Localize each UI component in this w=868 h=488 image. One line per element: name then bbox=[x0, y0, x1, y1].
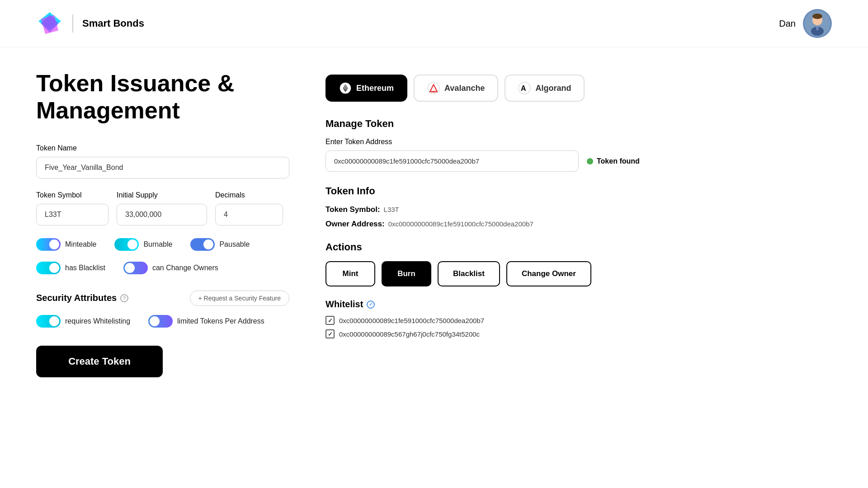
change-owners-toggle[interactable] bbox=[123, 262, 148, 274]
actions-row: Mint Burn Blacklist Change Owner bbox=[326, 261, 832, 286]
decimals-group: Decimals bbox=[215, 191, 283, 225]
avalanche-label: Avalanche bbox=[444, 84, 485, 93]
token-found-text: Token found bbox=[597, 157, 640, 165]
whitelist-item-2: 0xc00000000089c567gh67j0cfc750fg34t5200c bbox=[326, 329, 832, 338]
whitelist-req-label: requires Whitelisting bbox=[65, 317, 130, 325]
logo-area: Smart Bonds bbox=[36, 10, 144, 37]
token-details-row: Token Symbol Initial Supply Decimals bbox=[36, 191, 289, 225]
symbol-val: L33T bbox=[384, 206, 399, 213]
token-address-row: Token found bbox=[326, 150, 832, 172]
algorand-label: Algorand bbox=[535, 84, 571, 93]
ethereum-icon bbox=[339, 82, 352, 94]
decimals-label: Decimals bbox=[215, 191, 283, 199]
token-symbol-label: Token Symbol bbox=[36, 191, 108, 199]
algorand-chain-button[interactable]: A Algorand bbox=[505, 75, 585, 102]
algorand-icon: A bbox=[518, 82, 531, 94]
right-panel: Ethereum Avalanche A Algorand bbox=[326, 70, 832, 377]
manage-token-section: Manage Token Enter Token Address Token f… bbox=[326, 118, 832, 172]
page-title: Token Issuance & Management bbox=[36, 70, 289, 124]
whitelist-header: Whitelist ✓ bbox=[326, 299, 832, 310]
actions-section: Actions Mint Burn Blacklist Change Owner bbox=[326, 241, 832, 286]
token-address-label: Enter Token Address bbox=[326, 138, 832, 146]
ethereum-chain-button[interactable]: Ethereum bbox=[326, 75, 407, 102]
limited-tokens-toggle[interactable] bbox=[148, 315, 173, 328]
security-attributes-header: Security Attributes ? + Request a Securi… bbox=[36, 291, 289, 306]
change-owners-label: can Change Owners bbox=[152, 264, 218, 272]
blacklist-toggle-item: has Blacklist bbox=[36, 262, 105, 274]
blacklist-label: has Blacklist bbox=[65, 264, 105, 272]
initial-supply-group: Initial Supply bbox=[117, 191, 207, 225]
owner-val: 0xc00000000089c1fe591000cfc75000dea200b7 bbox=[388, 220, 533, 228]
token-info-section: Token Info Token Symbol: L33T Owner Addr… bbox=[326, 185, 832, 229]
minteable-toggle-item: Minteable bbox=[36, 238, 96, 251]
burnable-label: Burnable bbox=[143, 240, 172, 249]
token-symbol-input[interactable] bbox=[36, 204, 108, 225]
limited-tokens-label: limited Tokens Per Address bbox=[177, 317, 264, 325]
blacklist-toggle[interactable] bbox=[36, 262, 61, 274]
decimals-input[interactable] bbox=[215, 204, 283, 225]
ethereum-label: Ethereum bbox=[356, 84, 394, 93]
whitelist-address-1: 0xc00000000089c1fe591000cfc75000dea200b7 bbox=[339, 317, 484, 324]
found-dot bbox=[587, 158, 593, 164]
logo-text: Smart Bonds bbox=[82, 18, 144, 29]
user-name: Dan bbox=[779, 19, 796, 29]
change-owners-toggle-item: can Change Owners bbox=[123, 262, 218, 274]
token-name-input[interactable] bbox=[36, 157, 289, 178]
security-toggles: requires Whitelisting limited Tokens Per… bbox=[36, 315, 289, 328]
token-symbol-group: Token Symbol bbox=[36, 191, 108, 225]
symbol-info-row: Token Symbol: L33T bbox=[326, 205, 832, 214]
manage-token-title: Manage Token bbox=[326, 118, 832, 130]
owner-key: Owner Address: bbox=[326, 220, 385, 229]
create-token-button[interactable]: Create Token bbox=[36, 346, 163, 377]
svg-rect-7 bbox=[816, 27, 819, 30]
mint-button[interactable]: Mint bbox=[326, 261, 375, 286]
left-panel: Token Issuance & Management Token Name T… bbox=[36, 70, 289, 377]
chain-selector: Ethereum Avalanche A Algorand bbox=[326, 75, 832, 102]
token-name-label: Token Name bbox=[36, 144, 289, 152]
pausable-toggle[interactable] bbox=[190, 238, 215, 251]
change-owner-button[interactable]: Change Owner bbox=[506, 261, 591, 286]
pausable-toggle-item: Pausable bbox=[190, 238, 250, 251]
logo-divider bbox=[72, 14, 73, 33]
whitelist-title: Whitelist bbox=[326, 299, 363, 310]
whitelist-req-toggle[interactable] bbox=[36, 315, 61, 328]
minteable-toggle[interactable] bbox=[36, 238, 61, 251]
token-name-group: Token Name bbox=[36, 144, 289, 178]
burnable-toggle[interactable] bbox=[114, 238, 139, 251]
svg-point-5 bbox=[812, 14, 822, 19]
checkbox-2[interactable] bbox=[326, 329, 335, 338]
pausable-label: Pausable bbox=[219, 240, 250, 249]
initial-supply-input[interactable] bbox=[117, 204, 207, 225]
owner-info-row: Owner Address: 0xc00000000089c1fe591000c… bbox=[326, 220, 832, 229]
header: Smart Bonds Dan bbox=[0, 0, 868, 47]
main-content: Token Issuance & Management Token Name T… bbox=[0, 47, 868, 395]
avatar[interactable] bbox=[803, 9, 832, 38]
token-found-indicator: Token found bbox=[587, 157, 640, 165]
initial-supply-label: Initial Supply bbox=[117, 191, 207, 199]
burnable-toggle-item: Burnable bbox=[114, 238, 172, 251]
security-info-icon[interactable]: ? bbox=[120, 294, 128, 302]
request-security-button[interactable]: + Request a Security Feature bbox=[190, 291, 290, 306]
whitelist-section: Whitelist ✓ 0xc00000000089c1fe591000cfc7… bbox=[326, 299, 832, 338]
feature-toggles-row: Minteable Burnable Pausable bbox=[36, 238, 289, 274]
token-address-input[interactable] bbox=[326, 150, 579, 172]
actions-title: Actions bbox=[326, 241, 832, 253]
security-title: Security Attributes ? bbox=[36, 293, 128, 303]
avalanche-chain-button[interactable]: Avalanche bbox=[414, 75, 498, 102]
logo-icon bbox=[36, 10, 63, 37]
blacklist-button[interactable]: Blacklist bbox=[438, 261, 500, 286]
burn-button[interactable]: Burn bbox=[382, 261, 431, 286]
whitelist-info-icon[interactable]: ✓ bbox=[367, 300, 375, 309]
checkbox-1[interactable] bbox=[326, 316, 335, 325]
whitelist-req-toggle-item: requires Whitelisting bbox=[36, 315, 130, 328]
token-info-title: Token Info bbox=[326, 185, 832, 197]
user-area: Dan bbox=[779, 9, 832, 38]
limited-tokens-toggle-item: limited Tokens Per Address bbox=[148, 315, 264, 328]
whitelist-address-2: 0xc00000000089c567gh67j0cfc750fg34t5200c bbox=[339, 330, 480, 338]
svg-text:A: A bbox=[521, 84, 526, 92]
avalanche-icon bbox=[427, 82, 440, 94]
minteable-label: Minteable bbox=[65, 240, 96, 249]
whitelist-item-1: 0xc00000000089c1fe591000cfc75000dea200b7 bbox=[326, 316, 832, 325]
symbol-key: Token Symbol: bbox=[326, 205, 380, 214]
